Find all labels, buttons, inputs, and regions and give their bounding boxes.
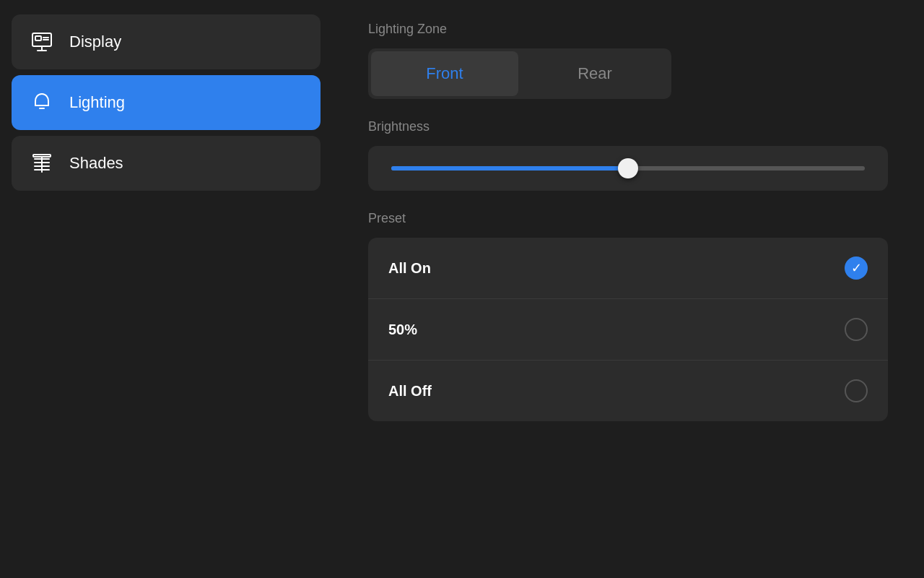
preset-fifty-radio[interactable] bbox=[845, 318, 868, 341]
sidebar-item-lighting-label: Lighting bbox=[69, 93, 125, 112]
preset-fifty-label: 50% bbox=[388, 322, 417, 338]
svg-rect-3 bbox=[35, 36, 41, 40]
preset-item-all-on[interactable]: All On ✓ bbox=[368, 238, 888, 299]
sidebar-item-lighting[interactable]: Lighting bbox=[12, 75, 321, 130]
display-icon bbox=[29, 29, 55, 55]
preset-item-fifty[interactable]: 50% bbox=[368, 299, 888, 361]
sidebar-item-display-label: Display bbox=[69, 33, 121, 51]
zone-tabs: Front Rear bbox=[368, 48, 671, 99]
tab-front[interactable]: Front bbox=[371, 51, 518, 96]
shades-icon bbox=[29, 150, 55, 176]
preset-all-off-radio[interactable] bbox=[845, 379, 868, 402]
main-content: Lighting Zone Front Rear Brightness Pres… bbox=[332, 0, 924, 578]
lighting-zone-section: Lighting Zone Front Rear bbox=[368, 22, 888, 99]
preset-all-on-label: All On bbox=[388, 260, 431, 277]
brightness-slider-thumb[interactable] bbox=[618, 158, 638, 178]
preset-section: Preset All On ✓ 50% All Off bbox=[368, 211, 888, 421]
sidebar-item-shades-label: Shades bbox=[69, 154, 123, 173]
sidebar: Display Lighting Shades bbox=[0, 0, 332, 578]
lighting-zone-label: Lighting Zone bbox=[368, 22, 888, 37]
brightness-label: Brightness bbox=[368, 119, 888, 134]
preset-list: All On ✓ 50% All Off bbox=[368, 238, 888, 421]
sidebar-item-display[interactable]: Display bbox=[12, 14, 321, 69]
preset-item-all-off[interactable]: All Off bbox=[368, 361, 888, 421]
lighting-icon bbox=[29, 90, 55, 116]
brightness-slider-container bbox=[368, 146, 888, 191]
brightness-slider-track[interactable] bbox=[391, 166, 865, 171]
brightness-section: Brightness bbox=[368, 119, 888, 191]
preset-label: Preset bbox=[368, 211, 888, 226]
sidebar-item-shades[interactable]: Shades bbox=[12, 136, 321, 191]
brightness-slider-fill bbox=[391, 166, 628, 171]
preset-all-on-radio[interactable]: ✓ bbox=[845, 256, 868, 280]
checkmark-icon: ✓ bbox=[851, 260, 862, 276]
preset-all-off-label: All Off bbox=[388, 383, 432, 400]
tab-rear[interactable]: Rear bbox=[521, 51, 668, 96]
